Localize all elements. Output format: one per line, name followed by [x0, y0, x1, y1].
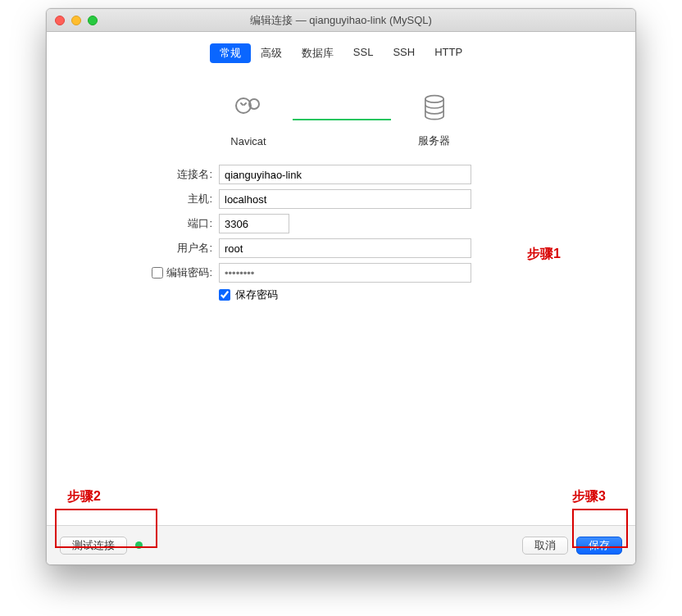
content-area: 常规 高级 数据库 SSL SSH HTTP Navicat [47, 32, 635, 564]
row-user: 用户名: [47, 238, 635, 258]
row-name: 连接名: [47, 165, 635, 184]
traffic-lights [55, 16, 98, 25]
test-connection-button[interactable]: 测试连接 [60, 537, 127, 555]
form: 连接名: 主机: 端口: 用户名: 编辑密码: [47, 156, 635, 302]
tab-ssh[interactable]: SSH [383, 43, 425, 63]
name-input[interactable] [219, 165, 471, 184]
host-input[interactable] [219, 189, 471, 209]
zoom-icon[interactable] [88, 16, 98, 25]
row-save-password: 保存密码 [219, 288, 635, 302]
tab-advanced[interactable]: 高级 [251, 43, 292, 63]
tab-database[interactable]: 数据库 [292, 43, 343, 63]
svg-point-2 [425, 96, 443, 103]
diagram-connector [293, 119, 391, 120]
window-title: 编辑连接 — qianguyihao-link (MySQL) [47, 13, 635, 28]
diagram-client-label: Navicat [230, 135, 266, 147]
save-password-checkbox[interactable] [219, 289, 230, 301]
tabs-bar: 常规 高级 数据库 SSL SSH HTTP [47, 32, 635, 66]
footer: 测试连接 取消 保存 [47, 525, 635, 564]
row-password: 编辑密码: [47, 263, 635, 283]
diagram-server-label: 服务器 [418, 134, 450, 148]
row-host: 主机: [47, 189, 635, 209]
label-user: 用户名: [47, 241, 219, 256]
minimize-icon[interactable] [71, 16, 81, 25]
tab-ssl[interactable]: SSL [343, 43, 384, 63]
footer-right: 取消 保存 [522, 537, 622, 555]
database-icon [417, 91, 452, 125]
label-name: 连接名: [47, 167, 219, 182]
titlebar: 编辑连接 — qianguyihao-link (MySQL) [47, 9, 635, 32]
connection-diagram: Navicat 服务器 [47, 66, 635, 156]
cancel-button[interactable]: 取消 [522, 537, 568, 555]
navicat-icon [231, 93, 266, 127]
edit-password-text: 编辑密码: [166, 265, 212, 280]
diagram-client: Navicat [230, 93, 266, 147]
label-host: 主机: [47, 192, 219, 206]
tab-http[interactable]: HTTP [425, 43, 472, 63]
password-input [219, 263, 471, 283]
status-indicator-icon [135, 541, 143, 549]
edit-password-checkbox[interactable] [152, 267, 163, 279]
dialog-window: 编辑连接 — qianguyihao-link (MySQL) 常规 高级 数据… [46, 8, 636, 565]
user-input[interactable] [219, 238, 471, 258]
tab-general[interactable]: 常规 [210, 43, 251, 63]
save-button[interactable]: 保存 [576, 537, 622, 555]
row-port: 端口: [47, 214, 635, 233]
port-input[interactable] [219, 214, 289, 233]
label-edit-password: 编辑密码: [47, 265, 219, 280]
label-port: 端口: [47, 216, 219, 231]
save-password-label: 保存密码 [235, 288, 278, 302]
close-icon[interactable] [55, 16, 65, 25]
diagram-server: 服务器 [417, 91, 452, 148]
